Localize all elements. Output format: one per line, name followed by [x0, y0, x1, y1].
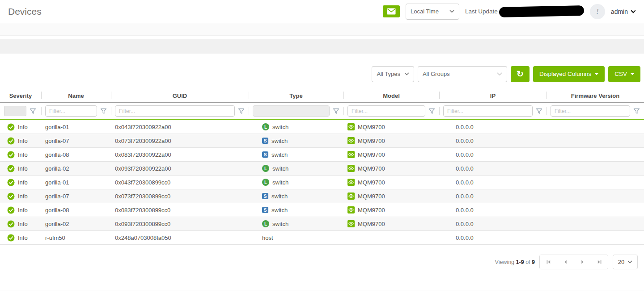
user-menu[interactable]: admin — [611, 8, 636, 15]
device-type: switch — [272, 124, 288, 130]
column-header-severity[interactable]: Severity — [0, 89, 41, 103]
column-header-model[interactable]: Model — [343, 89, 439, 103]
table-row[interactable]: Info r-ufm50 0x248a0703008fa050 host 0.0… — [0, 231, 644, 245]
device-type: switch — [272, 165, 288, 172]
device-name: gorilla-08 — [45, 207, 69, 213]
device-type: switch — [271, 138, 288, 144]
device-ip: 0.0.0.0 — [456, 193, 474, 200]
funnel-icon[interactable] — [30, 108, 36, 114]
device-guid: 0x093f720300899cc0 — [115, 221, 170, 227]
device-model: MQM9700 — [358, 207, 385, 213]
device-name: gorilla-01 — [45, 124, 69, 130]
device-name: gorilla-01 — [45, 179, 69, 186]
refresh-icon: ↻ — [517, 70, 524, 78]
table-filter-row — [0, 103, 644, 120]
column-header-ip[interactable]: IP — [439, 89, 547, 103]
last-page-icon — [597, 260, 602, 264]
column-header-type[interactable]: Type — [249, 89, 343, 103]
bottom-divider — [0, 290, 644, 290]
csv-label: CSV — [614, 71, 627, 77]
table-row[interactable]: Info gorilla-01 0x043f720300922a00 L swi… — [0, 120, 644, 134]
page-size-select[interactable]: 20 — [613, 255, 638, 269]
first-page-button[interactable] — [540, 255, 557, 269]
last-update-label: Last Update — [465, 8, 498, 15]
first-page-icon — [546, 260, 551, 264]
of-label: of — [525, 259, 530, 265]
column-header-firmware[interactable]: Firmware Version — [547, 89, 644, 103]
table-row[interactable]: Info gorilla-02 0x093f720300922a00 L swi… — [0, 162, 644, 176]
device-name: gorilla-02 — [45, 221, 69, 227]
table-toolbar: All Types All Groups ↻ Displayed Columns… — [0, 66, 644, 82]
device-type: switch — [271, 151, 288, 158]
device-type: switch — [271, 193, 288, 200]
type-filter-value: All Types — [377, 71, 400, 77]
mail-button[interactable] — [383, 5, 400, 17]
displayed-columns-button[interactable]: Displayed Columns — [533, 66, 605, 82]
device-guid: 0x083f720300899cc0 — [115, 207, 170, 213]
device-ip: 0.0.0.0 — [456, 138, 474, 144]
funnel-icon[interactable] — [100, 108, 107, 114]
viewing-label: Viewing — [495, 259, 515, 265]
csv-button[interactable]: CSV — [608, 66, 640, 82]
prev-page-button[interactable] — [557, 255, 574, 269]
nvidia-logo-icon — [347, 220, 355, 227]
funnel-icon[interactable] — [238, 108, 245, 114]
check-circle-icon — [7, 151, 15, 159]
chevron-down-icon — [631, 10, 636, 13]
type-badge: S — [262, 151, 268, 158]
funnel-icon[interactable] — [536, 108, 542, 114]
type-badge: S — [262, 193, 268, 199]
device-model: MQM9700 — [358, 165, 385, 172]
severity-label: Info — [18, 193, 28, 200]
funnel-icon[interactable] — [333, 108, 339, 114]
prev-page-icon — [563, 260, 568, 264]
check-circle-icon — [7, 165, 15, 172]
table-row[interactable]: Info gorilla-08 0x083f720300922a00 S swi… — [0, 148, 644, 162]
caret-down-icon — [631, 73, 634, 75]
type-badge: L — [262, 123, 269, 130]
top-bar-actions: Local Time Last Update ! admin — [383, 4, 636, 20]
type-filter-disabled — [253, 105, 330, 117]
check-circle-icon — [7, 234, 15, 242]
severity-label: Info — [18, 179, 28, 186]
device-guid: 0x083f720300922a00 — [115, 151, 171, 158]
device-ip: 0.0.0.0 — [456, 165, 474, 172]
name-filter-input[interactable] — [45, 105, 97, 117]
user-name: admin — [611, 8, 628, 15]
help-icon[interactable]: ! — [590, 4, 605, 19]
severity-label: Info — [18, 124, 28, 130]
device-type: host — [262, 234, 273, 241]
refresh-button[interactable]: ↻ — [511, 66, 530, 82]
device-guid: 0x073f720300922a00 — [115, 138, 171, 144]
redacted-timestamp — [499, 5, 584, 17]
page-title: Devices — [8, 6, 42, 17]
column-header-name[interactable]: Name — [41, 89, 111, 103]
funnel-icon[interactable] — [428, 108, 435, 114]
ip-filter-input[interactable] — [443, 105, 533, 117]
table-row[interactable]: Info gorilla-08 0x083f720300899cc0 S swi… — [0, 203, 644, 217]
group-filter-select[interactable]: All Groups — [418, 66, 507, 82]
device-name: gorilla-07 — [45, 138, 69, 144]
table-row[interactable]: Info gorilla-02 0x093f720300899cc0 L swi… — [0, 217, 644, 231]
caret-down-icon — [595, 73, 598, 75]
table-row[interactable]: Info gorilla-07 0x073f720300922a00 S swi… — [0, 134, 644, 148]
funnel-icon[interactable] — [633, 108, 640, 114]
device-name: gorilla-07 — [45, 193, 69, 200]
firmware-filter-input[interactable] — [551, 105, 630, 117]
device-model: MQM9700 — [358, 151, 385, 158]
device-guid: 0x043f720300899cc0 — [115, 179, 170, 186]
next-page-button[interactable] — [574, 255, 591, 269]
table-row[interactable]: Info gorilla-01 0x043f720300899cc0 L swi… — [0, 176, 644, 189]
chevron-down-icon — [497, 72, 502, 76]
type-badge: S — [262, 138, 268, 144]
last-page-button[interactable] — [591, 255, 608, 269]
guid-filter-input[interactable] — [115, 105, 235, 117]
model-filter-input[interactable] — [347, 105, 425, 117]
table-row[interactable]: Info gorilla-07 0x073f720300899cc0 S swi… — [0, 189, 644, 203]
column-header-guid[interactable]: GUID — [111, 89, 249, 103]
timezone-select[interactable]: Local Time — [406, 4, 459, 20]
device-ip: 0.0.0.0 — [456, 151, 474, 158]
nvidia-logo-icon — [347, 179, 355, 186]
type-filter-select[interactable]: All Types — [372, 66, 414, 82]
severity-label: Info — [18, 234, 28, 241]
